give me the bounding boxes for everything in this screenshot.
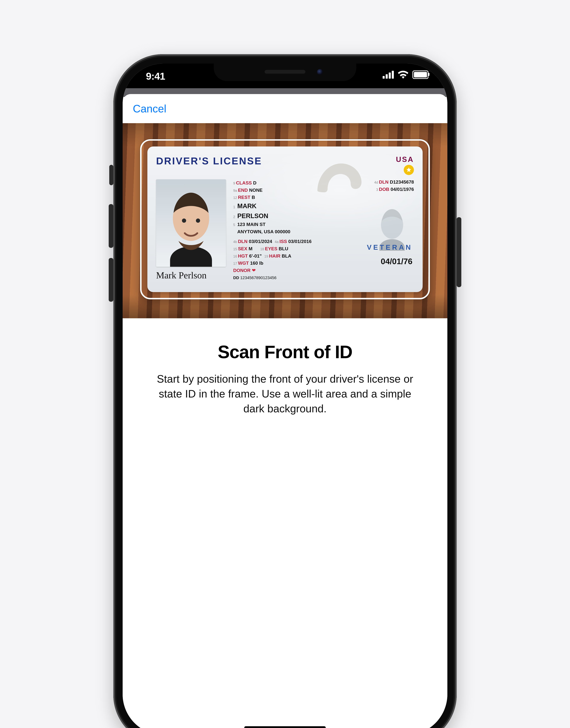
screen: 9:41 Cancel (122, 63, 448, 728)
svg-point-3 (196, 218, 200, 223)
real-id-star-icon (404, 165, 414, 175)
page-description: Start by positioning the front of your d… (152, 372, 418, 416)
cellular-icon (383, 71, 394, 78)
heart-icon: ❤ (252, 268, 256, 273)
status-icons (383, 70, 429, 79)
camera-preview[interactable]: DRIVER'S LICENSE USA (122, 123, 448, 318)
page: 9:41 Cancel (0, 0, 570, 728)
veteran-label: VETERAN (367, 242, 412, 253)
status-time: 9:41 (146, 70, 165, 82)
wifi-icon (398, 71, 408, 78)
license-big-dob: 04/01/76 (381, 255, 412, 268)
license-title: DRIVER'S LICENSE (156, 155, 262, 167)
cancel-button[interactable]: Cancel (133, 103, 166, 115)
home-indicator[interactable] (244, 726, 326, 728)
license-country: USA (396, 155, 414, 164)
nav-bar: Cancel (122, 94, 448, 123)
license-signature: Mark Perlson (156, 270, 226, 281)
page-title: Scan Front of ID (152, 342, 418, 362)
silence-switch (109, 165, 113, 185)
instruction-block: Scan Front of ID Start by positioning th… (122, 318, 448, 416)
volume-down-button (109, 258, 113, 302)
battery-icon (412, 70, 429, 79)
iphone-frame: 9:41 Cancel (113, 54, 457, 728)
scan-frame: DRIVER'S LICENSE USA (140, 139, 430, 299)
drivers-license-card: DRIVER'S LICENSE USA (148, 147, 422, 292)
volume-up-button (109, 204, 113, 248)
notch (214, 63, 356, 81)
power-button (457, 217, 461, 287)
modal-sheet: Cancel DRIVER'S LICENSE USA (122, 94, 448, 728)
svg-point-2 (182, 218, 186, 223)
license-photo (156, 179, 226, 267)
